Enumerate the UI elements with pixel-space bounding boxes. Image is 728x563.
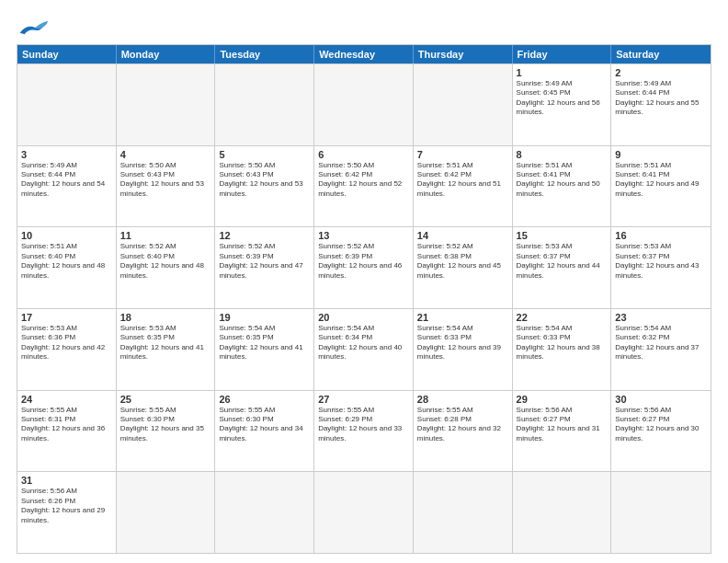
day-number: 28 bbox=[417, 394, 508, 405]
day-number: 17 bbox=[21, 312, 112, 323]
cell-info: Sunrise: 5:52 AM Sunset: 6:39 PM Dayligh… bbox=[318, 242, 409, 281]
calendar-body: 1Sunrise: 5:49 AM Sunset: 6:45 PM Daylig… bbox=[17, 63, 711, 553]
day-number: 15 bbox=[517, 230, 608, 241]
header-monday: Monday bbox=[117, 45, 216, 63]
calendar-row-2: 10Sunrise: 5:51 AM Sunset: 6:40 PM Dayli… bbox=[17, 226, 711, 308]
header-saturday: Saturday bbox=[611, 45, 711, 63]
day-number: 13 bbox=[318, 230, 409, 241]
header-tuesday: Tuesday bbox=[215, 45, 314, 63]
calendar-cell: 9Sunrise: 5:51 AM Sunset: 6:41 PM Daylig… bbox=[611, 146, 711, 227]
header-friday: Friday bbox=[513, 45, 612, 63]
day-number: 26 bbox=[219, 394, 310, 405]
cell-info: Sunrise: 5:53 AM Sunset: 6:37 PM Dayligh… bbox=[517, 242, 608, 281]
calendar-cell: 24Sunrise: 5:55 AM Sunset: 6:31 PM Dayli… bbox=[17, 391, 117, 472]
calendar-cell: 27Sunrise: 5:55 AM Sunset: 6:29 PM Dayli… bbox=[314, 391, 414, 472]
calendar-cell bbox=[17, 64, 117, 145]
cell-info: Sunrise: 5:55 AM Sunset: 6:29 PM Dayligh… bbox=[318, 406, 409, 444]
calendar-cell bbox=[513, 472, 612, 553]
day-number: 3 bbox=[21, 149, 112, 160]
calendar-cell bbox=[215, 64, 314, 145]
cell-info: Sunrise: 5:49 AM Sunset: 6:44 PM Dayligh… bbox=[21, 161, 112, 200]
calendar-cell: 3Sunrise: 5:49 AM Sunset: 6:44 PM Daylig… bbox=[17, 146, 117, 227]
calendar-cell bbox=[117, 64, 216, 145]
logo bbox=[17, 17, 50, 37]
calendar-row-3: 17Sunrise: 5:53 AM Sunset: 6:36 PM Dayli… bbox=[17, 308, 711, 390]
day-number: 24 bbox=[21, 394, 112, 405]
day-number: 7 bbox=[417, 149, 508, 160]
day-number: 1 bbox=[517, 67, 608, 78]
day-number: 14 bbox=[417, 230, 508, 241]
day-number: 16 bbox=[615, 230, 707, 241]
calendar-cell: 19Sunrise: 5:54 AM Sunset: 6:35 PM Dayli… bbox=[215, 309, 314, 390]
cell-info: Sunrise: 5:54 AM Sunset: 6:35 PM Dayligh… bbox=[219, 324, 310, 362]
cell-info: Sunrise: 5:56 AM Sunset: 6:27 PM Dayligh… bbox=[517, 406, 608, 444]
calendar-cell: 18Sunrise: 5:53 AM Sunset: 6:35 PM Dayli… bbox=[117, 309, 216, 390]
cell-info: Sunrise: 5:55 AM Sunset: 6:30 PM Dayligh… bbox=[120, 406, 211, 444]
calendar: Sunday Monday Tuesday Wednesday Thursday… bbox=[17, 44, 711, 554]
cell-info: Sunrise: 5:54 AM Sunset: 6:34 PM Dayligh… bbox=[318, 324, 409, 362]
calendar-cell: 20Sunrise: 5:54 AM Sunset: 6:34 PM Dayli… bbox=[314, 309, 414, 390]
cell-info: Sunrise: 5:54 AM Sunset: 6:33 PM Dayligh… bbox=[517, 324, 608, 362]
day-number: 27 bbox=[318, 394, 409, 405]
day-number: 5 bbox=[219, 149, 310, 160]
calendar-cell: 12Sunrise: 5:52 AM Sunset: 6:39 PM Dayli… bbox=[215, 227, 314, 308]
cell-info: Sunrise: 5:53 AM Sunset: 6:35 PM Dayligh… bbox=[120, 324, 211, 362]
calendar-cell: 17Sunrise: 5:53 AM Sunset: 6:36 PM Dayli… bbox=[17, 309, 117, 390]
calendar-row-1: 3Sunrise: 5:49 AM Sunset: 6:44 PM Daylig… bbox=[17, 145, 711, 227]
day-number: 18 bbox=[120, 312, 211, 323]
calendar-cell bbox=[611, 472, 711, 553]
day-number: 19 bbox=[219, 312, 310, 323]
calendar-cell: 10Sunrise: 5:51 AM Sunset: 6:40 PM Dayli… bbox=[17, 227, 117, 308]
header bbox=[17, 17, 711, 37]
day-number: 4 bbox=[120, 149, 211, 160]
calendar-cell: 28Sunrise: 5:55 AM Sunset: 6:28 PM Dayli… bbox=[414, 391, 513, 472]
calendar-cell: 29Sunrise: 5:56 AM Sunset: 6:27 PM Dayli… bbox=[513, 391, 612, 472]
cell-info: Sunrise: 5:52 AM Sunset: 6:39 PM Dayligh… bbox=[219, 242, 310, 281]
cell-info: Sunrise: 5:56 AM Sunset: 6:26 PM Dayligh… bbox=[21, 487, 112, 525]
calendar-cell bbox=[215, 472, 314, 553]
day-number: 29 bbox=[517, 394, 608, 405]
header-sunday: Sunday bbox=[17, 45, 117, 63]
calendar-row-4: 24Sunrise: 5:55 AM Sunset: 6:31 PM Dayli… bbox=[17, 390, 711, 472]
cell-info: Sunrise: 5:53 AM Sunset: 6:37 PM Dayligh… bbox=[615, 242, 707, 281]
cell-info: Sunrise: 5:55 AM Sunset: 6:31 PM Dayligh… bbox=[21, 406, 112, 444]
calendar-cell bbox=[314, 64, 414, 145]
calendar-cell: 13Sunrise: 5:52 AM Sunset: 6:39 PM Dayli… bbox=[314, 227, 414, 308]
cell-info: Sunrise: 5:55 AM Sunset: 6:30 PM Dayligh… bbox=[219, 406, 310, 444]
cell-info: Sunrise: 5:52 AM Sunset: 6:38 PM Dayligh… bbox=[417, 242, 508, 281]
cell-info: Sunrise: 5:49 AM Sunset: 6:45 PM Dayligh… bbox=[517, 79, 608, 118]
calendar-cell: 14Sunrise: 5:52 AM Sunset: 6:38 PM Dayli… bbox=[414, 227, 513, 308]
calendar-cell: 2Sunrise: 5:49 AM Sunset: 6:44 PM Daylig… bbox=[611, 64, 711, 145]
calendar-cell: 16Sunrise: 5:53 AM Sunset: 6:37 PM Dayli… bbox=[611, 227, 711, 308]
calendar-cell: 5Sunrise: 5:50 AM Sunset: 6:43 PM Daylig… bbox=[215, 146, 314, 227]
cell-info: Sunrise: 5:50 AM Sunset: 6:42 PM Dayligh… bbox=[318, 161, 409, 200]
calendar-cell bbox=[314, 472, 414, 553]
calendar-cell: 23Sunrise: 5:54 AM Sunset: 6:32 PM Dayli… bbox=[611, 309, 711, 390]
day-number: 10 bbox=[21, 230, 112, 241]
cell-info: Sunrise: 5:49 AM Sunset: 6:44 PM Dayligh… bbox=[615, 79, 707, 118]
calendar-cell: 30Sunrise: 5:56 AM Sunset: 6:27 PM Dayli… bbox=[611, 391, 711, 472]
day-number: 12 bbox=[219, 230, 310, 241]
cell-info: Sunrise: 5:51 AM Sunset: 6:42 PM Dayligh… bbox=[417, 161, 508, 200]
calendar-cell: 11Sunrise: 5:52 AM Sunset: 6:40 PM Dayli… bbox=[117, 227, 216, 308]
header-wednesday: Wednesday bbox=[314, 45, 414, 63]
day-number: 22 bbox=[517, 312, 608, 323]
calendar-cell: 4Sunrise: 5:50 AM Sunset: 6:43 PM Daylig… bbox=[117, 146, 216, 227]
calendar-cell bbox=[117, 472, 216, 553]
calendar-cell: 15Sunrise: 5:53 AM Sunset: 6:37 PM Dayli… bbox=[513, 227, 612, 308]
calendar-header: Sunday Monday Tuesday Wednesday Thursday… bbox=[17, 45, 711, 63]
cell-info: Sunrise: 5:51 AM Sunset: 6:41 PM Dayligh… bbox=[517, 161, 608, 200]
cell-info: Sunrise: 5:51 AM Sunset: 6:40 PM Dayligh… bbox=[21, 242, 112, 281]
day-number: 20 bbox=[318, 312, 409, 323]
day-number: 31 bbox=[21, 475, 112, 486]
calendar-cell: 6Sunrise: 5:50 AM Sunset: 6:42 PM Daylig… bbox=[314, 146, 414, 227]
cell-info: Sunrise: 5:54 AM Sunset: 6:32 PM Dayligh… bbox=[615, 324, 707, 362]
day-number: 23 bbox=[615, 312, 707, 323]
calendar-cell: 22Sunrise: 5:54 AM Sunset: 6:33 PM Dayli… bbox=[513, 309, 612, 390]
cell-info: Sunrise: 5:54 AM Sunset: 6:33 PM Dayligh… bbox=[417, 324, 508, 362]
day-number: 11 bbox=[120, 230, 211, 241]
calendar-cell: 31Sunrise: 5:56 AM Sunset: 6:26 PM Dayli… bbox=[17, 472, 117, 553]
day-number: 21 bbox=[417, 312, 508, 323]
cell-info: Sunrise: 5:51 AM Sunset: 6:41 PM Dayligh… bbox=[615, 161, 707, 200]
cell-info: Sunrise: 5:53 AM Sunset: 6:36 PM Dayligh… bbox=[21, 324, 112, 362]
